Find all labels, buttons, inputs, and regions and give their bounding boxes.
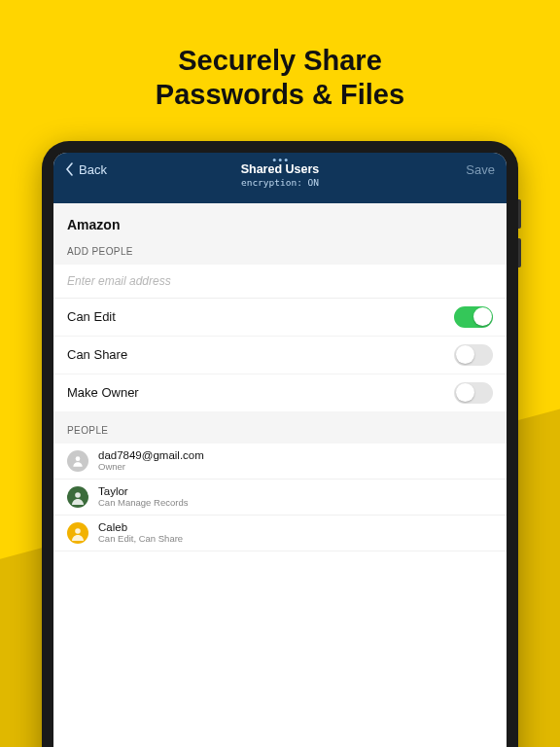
permission-row: Can Edit: [53, 299, 507, 336]
person-row[interactable]: TaylorCan Manage Records: [53, 480, 507, 516]
add-people-card: Enter email address Can EditCan ShareMak…: [53, 265, 507, 411]
person-info: dad7849@gmail.comOwner: [98, 449, 204, 473]
content-area: [53, 551, 507, 747]
person-name: dad7849@gmail.com: [98, 449, 204, 462]
permission-row: Can Share: [53, 336, 507, 374]
dots-icon: [241, 159, 320, 161]
hero-title: Securely Share Passwords & Files: [0, 0, 560, 141]
avatar: [67, 486, 88, 508]
back-label: Back: [79, 162, 107, 177]
person-role: Can Edit, Can Share: [98, 534, 183, 545]
tablet-frame: Back Shared Users encryption: ON Save Am…: [42, 141, 518, 747]
people-section-label: PEOPLE: [53, 411, 507, 444]
nav-bar: Back Shared Users encryption: ON Save: [53, 153, 507, 203]
permission-label: Make Owner: [67, 385, 139, 400]
person-name: Taylor: [98, 485, 188, 498]
permission-label: Can Share: [67, 347, 127, 362]
person-info: TaylorCan Manage Records: [98, 485, 188, 509]
person-row[interactable]: CalebCan Edit, Can Share: [53, 516, 507, 551]
device-button: [518, 199, 521, 229]
permission-toggle[interactable]: [454, 344, 493, 366]
hero-line-2: Passwords & Files: [19, 78, 541, 112]
nav-title-group: Shared Users encryption: ON: [241, 159, 320, 188]
people-list: dad7849@gmail.comOwnerTaylorCan Manage R…: [53, 444, 507, 551]
add-people-section-label: ADD PEOPLE: [53, 242, 507, 265]
permission-label: Can Edit: [67, 309, 116, 324]
nav-title: Shared Users: [241, 162, 320, 176]
person-role: Can Manage Records: [98, 498, 188, 509]
nav-subtitle: encryption: ON: [241, 177, 320, 188]
svg-point-0: [76, 456, 81, 461]
account-name: Amazon: [53, 203, 507, 242]
permission-toggle[interactable]: [454, 382, 493, 404]
person-role: Owner: [98, 462, 204, 473]
device-button: [518, 238, 521, 267]
hero-line-1: Securely Share: [19, 44, 541, 78]
avatar: [67, 450, 88, 472]
svg-point-1: [75, 492, 81, 498]
avatar: [67, 522, 88, 544]
save-button[interactable]: Save: [466, 162, 495, 177]
permission-row: Make Owner: [53, 374, 507, 411]
app-screen: Back Shared Users encryption: ON Save Am…: [53, 153, 507, 747]
back-button[interactable]: Back: [65, 162, 107, 177]
svg-point-2: [75, 528, 81, 534]
chevron-left-icon: [65, 162, 75, 176]
permission-toggle[interactable]: [454, 306, 493, 328]
person-info: CalebCan Edit, Can Share: [98, 521, 183, 545]
person-row[interactable]: dad7849@gmail.comOwner: [53, 444, 507, 480]
email-input[interactable]: Enter email address: [53, 265, 507, 299]
